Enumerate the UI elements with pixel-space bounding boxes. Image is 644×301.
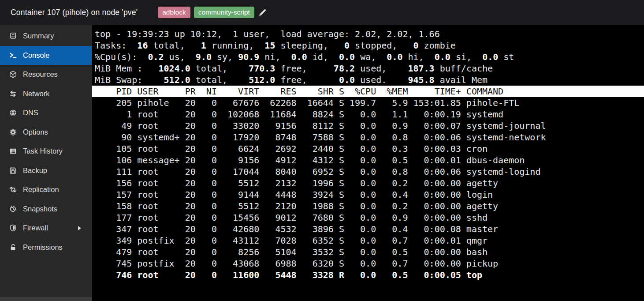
process-row-157: 157 root 20 0 9144 4448 3924 S 0.0 0.4 0… (95, 189, 493, 200)
sidebar-item-replication[interactable]: Replication (0, 180, 92, 199)
list-icon (9, 147, 17, 155)
tag-adblock[interactable]: adblock (158, 7, 190, 18)
process-row-111: 111 root 20 0 17044 8040 6952 S 0.0 0.8 … (95, 166, 540, 177)
history-icon (9, 205, 17, 213)
process-row-745: 745 postfix 20 0 43068 6988 6320 S 0.0 0… (95, 258, 498, 269)
sidebar-item-label: Firewall (23, 224, 48, 232)
cube-icon (9, 71, 17, 78)
sidebar-item-backup[interactable]: Backup (0, 161, 92, 181)
sidebar-item-summary[interactable]: Summary (0, 26, 92, 46)
retweet-icon (9, 186, 17, 193)
sidebar-item-label: Summary (23, 32, 54, 40)
unlock-icon (9, 244, 17, 251)
process-row-347: 347 root 20 0 42680 4532 3896 S 0.0 0.4 … (95, 224, 498, 234)
top-process-list: 205 pihole 20 0 67676 62268 16644 S 199.… (92, 97, 644, 281)
top-table-header: PID USER PR NI VIRT RES SHR S %CPU %MEM … (92, 86, 644, 97)
sidebar-item-label: Options (23, 128, 48, 136)
sidebar-horizontal-scrollbar[interactable] (0, 297, 92, 301)
process-row-105: 105 root 20 0 6624 2692 2440 S 0.0 0.3 0… (95, 143, 488, 154)
sidebar-item-label: Permissions (23, 243, 63, 252)
sidebar-item-resources[interactable]: Resources (0, 65, 92, 84)
process-row-349: 349 postfix 20 0 43112 7028 6352 S 0.0 0… (95, 235, 488, 246)
process-row-90: 90 systemd+ 20 0 17920 8748 7588 S 0.0 0… (95, 132, 546, 143)
edit-tags-pencil-icon[interactable] (258, 8, 267, 17)
sidebar-item-label: Snapshots (23, 205, 57, 213)
process-row-746: 746 root 20 0 11600 5448 3328 R 0.0 0.5 … (95, 270, 482, 280)
process-row-158: 158 root 20 0 5512 2120 1988 S 0.0 0.2 0… (95, 201, 498, 211)
book-icon (9, 32, 17, 40)
process-row-205: 205 pihole 20 0 67676 62268 16644 S 199.… (95, 98, 519, 108)
floppy-icon (9, 167, 17, 174)
globe-icon (9, 109, 17, 117)
gear-icon (9, 128, 17, 136)
process-row-1: 1 root 20 0 102068 11684 8824 S 0.0 1.1 … (95, 109, 503, 120)
sidebar-item-console[interactable]: Console (0, 46, 92, 65)
sidebar-item-task-history[interactable]: Task History (0, 142, 92, 161)
sidebar-item-options[interactable]: Options (0, 123, 92, 142)
window-header: Container 107 (pihole) on node 'pve' adb… (0, 0, 644, 25)
sidebar-item-dns[interactable]: DNS (0, 103, 92, 123)
tag-community-script[interactable]: community-script (194, 7, 254, 18)
sidebar-item-label: Replication (23, 185, 59, 194)
sidebar-item-firewall[interactable]: Firewall (0, 218, 92, 238)
sidebar-item-network[interactable]: Network (0, 84, 92, 104)
sidebar-item-permissions[interactable]: Permissions (0, 238, 92, 257)
terminal-icon (9, 52, 17, 59)
process-row-156: 156 root 20 0 5512 2132 1996 S 0.0 0.2 0… (95, 178, 498, 188)
sidebar-item-label: Console (23, 51, 50, 60)
sidebar-item-snapshots[interactable]: Snapshots (0, 199, 92, 219)
process-row-479: 479 root 20 0 8256 5104 3532 S 0.0 0.5 0… (95, 247, 488, 257)
sidebar-item-label: Network (23, 90, 50, 98)
exchange-icon (9, 90, 17, 98)
shield-icon (9, 224, 17, 232)
sidebar-item-label: Task History (23, 147, 63, 155)
process-row-177: 177 root 20 0 15456 9012 7680 S 0.0 0.9 … (95, 212, 488, 223)
console-terminal[interactable]: top - 19:39:23 up 10:12, 1 user, load av… (92, 25, 644, 301)
tag-list: adblockcommunity-script (158, 7, 254, 18)
sidebar-menu: SummaryConsoleResourcesNetworkDNSOptions… (0, 26, 92, 257)
top-summary: top - 19:39:23 up 10:12, 1 user, load av… (92, 28, 644, 86)
sidebar-item-label: Backup (23, 166, 47, 175)
process-row-106: 106 message+ 20 0 9156 4912 4312 S 0.0 0… (95, 155, 525, 166)
sidebar: SummaryConsoleResourcesNetworkDNSOptions… (0, 25, 92, 301)
page-title: Container 107 (pihole) on node 'pve' (11, 8, 138, 17)
sidebar-item-label: DNS (23, 109, 38, 117)
process-row-49: 49 root 20 0 33020 9156 8112 S 0.0 0.9 0… (95, 120, 546, 131)
sidebar-item-label: Resources (23, 70, 58, 79)
chevron-right-icon (78, 226, 81, 230)
